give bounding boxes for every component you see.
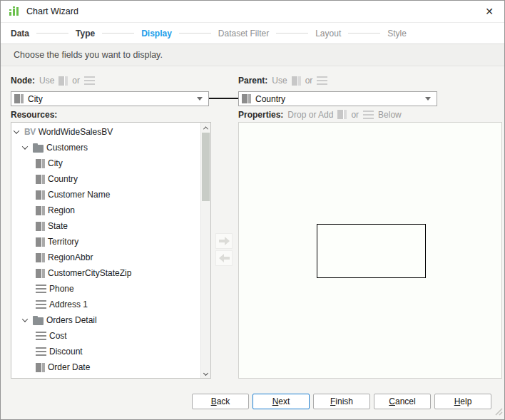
tree-item-label: Country: [48, 174, 78, 184]
dimension-icon: [36, 269, 45, 278]
dimension-icon: [36, 206, 45, 215]
tree-item[interactable]: RegionAbbr: [11, 250, 200, 265]
tree-item[interactable]: Address 1: [11, 297, 200, 312]
cancel-button[interactable]: Cancel: [374, 394, 431, 409]
tree-item-label: Territory: [48, 237, 78, 247]
dimension-icon: [58, 76, 68, 86]
tree-item-label: Customer Name: [48, 190, 110, 200]
chevron-down-icon[interactable]: [22, 143, 28, 149]
title-bar: Chart Wizard ✕: [1, 1, 504, 23]
help-button[interactable]: Help: [434, 394, 491, 409]
parent-or-label: or: [305, 76, 313, 86]
tree-item[interactable]: Customer Name: [11, 187, 200, 203]
close-icon[interactable]: ✕: [481, 4, 497, 19]
properties-drop-panel[interactable]: [238, 122, 502, 379]
chevron-down-icon[interactable]: [14, 128, 19, 133]
dimension-icon: [36, 363, 45, 372]
arrow-left-icon: [218, 253, 230, 263]
node-or-label: or: [72, 76, 80, 86]
step-connector: [102, 33, 134, 34]
tree-item-label: City: [48, 158, 63, 168]
measure-icon: [36, 285, 46, 293]
scrollbar-track[interactable]: [201, 133, 210, 368]
tree-item[interactable]: [11, 375, 200, 379]
tree-item[interactable]: State: [11, 218, 200, 234]
node-label-row: Node: Use or: [11, 75, 95, 86]
chart-wizard-dialog: Chart Wizard ✕ Data Type Display Dataset…: [0, 0, 505, 420]
folder-icon: [33, 317, 44, 325]
step-connector: [276, 33, 308, 34]
folder-icon: [33, 145, 44, 153]
dimension-icon: [242, 94, 251, 103]
tree-item-label: WorldWideSalesBV: [39, 127, 113, 137]
wizard-button-row: BackNextFinishCancelHelp: [192, 394, 491, 409]
resources-label: Resources:: [11, 110, 57, 120]
dimension-icon: [337, 110, 347, 119]
tree-item-label: Discount: [49, 347, 83, 357]
tree-item[interactable]: Order Date: [11, 359, 200, 375]
tree-item-label: CustomerCityStateZip: [48, 268, 131, 278]
tree-item[interactable]: Phone: [11, 281, 200, 297]
tree-item[interactable]: City: [11, 155, 200, 171]
chevron-down-icon[interactable]: [22, 316, 28, 322]
scroll-up-icon[interactable]: [201, 123, 211, 133]
tree-item-label: Order Date: [48, 362, 90, 372]
chevron-down-icon: [197, 97, 203, 101]
properties-or-label: or: [351, 110, 359, 120]
next-button[interactable]: Next: [252, 394, 310, 409]
node-shape-preview[interactable]: [317, 224, 426, 278]
tree-item[interactable]: Territory: [11, 234, 200, 250]
parent-use-label: Use: [272, 76, 287, 86]
dimension-icon: [36, 190, 45, 200]
wizard-step[interactable]: Dataset Filter: [218, 29, 269, 39]
wizard-step[interactable]: Style: [387, 29, 407, 39]
wizard-step[interactable]: Display: [141, 29, 172, 39]
tree-item-label: State: [48, 221, 68, 231]
tree-item-label: Orders Detail: [46, 315, 97, 325]
wizard-step[interactable]: Layout: [315, 29, 341, 39]
scrollbar-thumb[interactable]: [202, 133, 210, 201]
step-connector: [348, 33, 380, 34]
measure-icon: [363, 111, 374, 119]
finish-button[interactable]: Finish: [313, 394, 370, 409]
resize-grip[interactable]: [494, 406, 503, 418]
wizard-instruction-banner: Choose the fields you want to display.: [1, 44, 504, 66]
measure-icon: [36, 300, 46, 309]
node-field-value: City: [28, 94, 43, 104]
properties-hint-text: Drop or Add: [287, 110, 333, 120]
tree-item-label: Cost: [49, 331, 67, 341]
dimension-icon: [36, 175, 45, 184]
tree-item[interactable]: Country: [11, 171, 200, 187]
back-button[interactable]: Back: [192, 394, 249, 409]
tree-item[interactable]: Customers: [11, 140, 200, 155]
business-view-icon: BV: [24, 127, 36, 137]
tree-item[interactable]: Region: [11, 203, 200, 218]
node-field-select[interactable]: City: [11, 91, 209, 106]
tree-item[interactable]: Discount: [11, 344, 200, 359]
tree-item[interactable]: Orders Detail: [11, 312, 200, 328]
tree-item-label: Region: [48, 205, 75, 215]
window-title: Chart Wizard: [26, 6, 78, 16]
chart-app-icon: [8, 6, 21, 17]
wizard-step[interactable]: Type: [76, 29, 95, 39]
dimension-icon: [36, 159, 45, 168]
wizard-steps: Data Type Display Dataset Filter Layout …: [1, 23, 504, 44]
tree-item[interactable]: CustomerCityStateZip: [11, 265, 200, 281]
move-left-button[interactable]: [215, 250, 233, 266]
properties-label: Properties:: [238, 110, 283, 120]
node-use-label: Use: [39, 76, 54, 86]
scroll-down-icon[interactable]: [201, 368, 211, 378]
dimension-icon: [36, 222, 45, 231]
tree-item-label: RegionAbbr: [48, 252, 93, 262]
parent-field-select[interactable]: Country: [238, 91, 437, 106]
tree-item[interactable]: Cost: [11, 328, 200, 344]
resources-label-row: Resources:: [11, 109, 57, 120]
parent-label: Parent:: [238, 76, 267, 86]
arrow-right-icon: [218, 236, 230, 246]
tree-scrollbar[interactable]: [200, 123, 210, 378]
properties-label-row: Properties: Drop or Add or Below: [238, 109, 402, 120]
tree-item[interactable]: BV WorldWideSalesBV: [11, 124, 200, 140]
move-right-button[interactable]: [215, 233, 233, 249]
wizard-step[interactable]: Data: [11, 29, 29, 39]
properties-below-label: Below: [378, 110, 402, 120]
